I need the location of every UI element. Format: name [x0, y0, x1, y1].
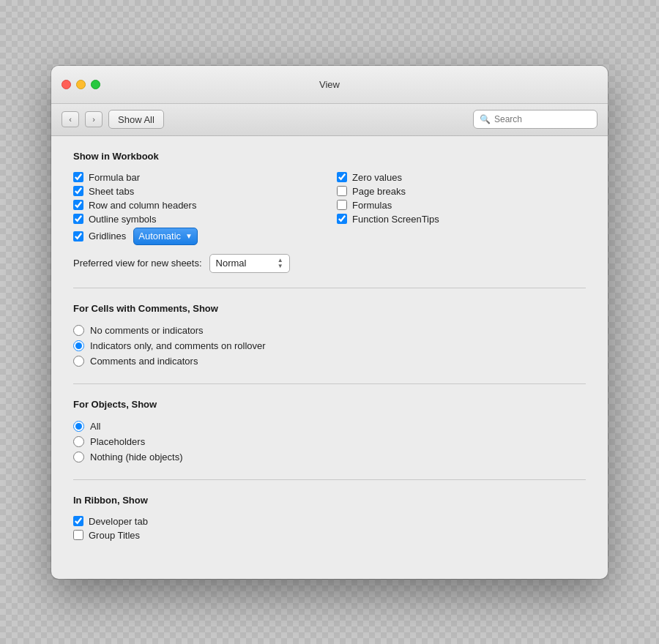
forward-button[interactable]: ›: [85, 111, 103, 127]
function-screentips-item[interactable]: Function ScreenTips: [337, 212, 586, 226]
for-cells-title: For Cells with Comments, Show: [73, 303, 586, 314]
page-breaks-item[interactable]: Page breaks: [337, 184, 586, 198]
back-button[interactable]: ‹: [62, 111, 79, 127]
gridlines-checkbox[interactable]: [73, 231, 83, 242]
developer-tab-item[interactable]: Developer tab: [73, 514, 586, 528]
formulas-item[interactable]: Formulas: [337, 198, 586, 212]
zero-values-label: Zero values: [352, 172, 402, 183]
forward-icon: ›: [92, 115, 95, 124]
show-all-button[interactable]: Show All: [108, 110, 164, 129]
for-objects-title: For Objects, Show: [73, 399, 586, 410]
divider-3: [73, 479, 586, 480]
workbook-options-grid: Formula bar Sheet tabs Row and column he…: [73, 171, 586, 245]
indicators-only-item[interactable]: Indicators only, and comments on rollove…: [73, 338, 586, 353]
nothing-radio[interactable]: [73, 452, 84, 463]
outline-symbols-item[interactable]: Outline symbols: [73, 212, 322, 226]
row-col-headers-label: Row and column headers: [89, 200, 196, 211]
content: Show in Workbook Formula bar Sheet tabs …: [51, 136, 608, 579]
back-icon: ‹: [69, 115, 72, 124]
function-screentips-label: Function ScreenTips: [352, 214, 439, 225]
no-comments-radio[interactable]: [73, 325, 84, 336]
preferences-window: View ‹ › Show All 🔍 Show in Workbook: [51, 66, 608, 579]
page-breaks-checkbox[interactable]: [337, 186, 347, 196]
developer-tab-checkbox[interactable]: [73, 516, 83, 526]
group-titles-checkbox[interactable]: [73, 530, 83, 540]
formula-bar-item[interactable]: Formula bar: [73, 171, 322, 184]
gridlines-dropdown[interactable]: Automatic ▼: [133, 228, 198, 245]
toolbar: ‹ › Show All 🔍: [51, 104, 608, 136]
divider-2: [73, 383, 586, 384]
gridlines-label: Gridlines: [89, 231, 126, 242]
minimize-button[interactable]: [76, 80, 86, 89]
indicators-only-radio[interactable]: [73, 340, 84, 351]
comments-and-indicators-radio[interactable]: [73, 356, 84, 367]
in-ribbon-title: In Ribbon, Show: [73, 495, 586, 506]
stepper-arrows: ▲ ▼: [278, 258, 283, 269]
gridlines-row: Gridlines Automatic ▼: [73, 228, 322, 245]
sheet-tabs-label: Sheet tabs: [89, 186, 134, 197]
placeholders-item[interactable]: Placeholders: [73, 434, 586, 449]
formula-bar-checkbox[interactable]: [73, 172, 83, 182]
placeholders-label: Placeholders: [90, 436, 145, 447]
in-ribbon-section: In Ribbon, Show Developer tab Group Titl…: [73, 495, 586, 542]
workbook-right-col: Zero values Page breaks Formulas Functio…: [337, 171, 586, 245]
maximize-button[interactable]: [91, 80, 100, 89]
zero-values-checkbox[interactable]: [337, 172, 347, 182]
window-title: View: [319, 79, 340, 90]
no-comments-label: No comments or indicators: [90, 325, 204, 336]
workbook-left-col: Formula bar Sheet tabs Row and column he…: [73, 171, 322, 245]
close-button[interactable]: [62, 80, 71, 89]
page-breaks-label: Page breaks: [352, 186, 406, 197]
sheet-tabs-item[interactable]: Sheet tabs: [73, 184, 322, 198]
for-objects-section: For Objects, Show All Placeholders Nothi…: [73, 399, 586, 465]
formula-bar-label: Formula bar: [89, 172, 140, 183]
all-objects-item[interactable]: All: [73, 419, 586, 434]
preferred-view-dropdown[interactable]: Normal ▲ ▼: [209, 254, 290, 273]
search-box[interactable]: 🔍: [473, 110, 597, 129]
group-titles-label: Group Titles: [89, 530, 140, 541]
indicators-only-label: Indicators only, and comments on rollove…: [90, 340, 266, 351]
nothing-item[interactable]: Nothing (hide objects): [73, 449, 586, 465]
for-cells-section: For Cells with Comments, Show No comment…: [73, 303, 586, 369]
formulas-checkbox[interactable]: [337, 200, 347, 210]
comments-and-indicators-label: Comments and indicators: [90, 356, 198, 367]
traffic-lights: [62, 80, 100, 89]
gridlines-dropdown-value: Automatic: [138, 231, 181, 242]
function-screentips-checkbox[interactable]: [337, 214, 347, 224]
all-objects-label: All: [90, 421, 100, 432]
search-input[interactable]: [494, 114, 591, 124]
row-col-headers-item[interactable]: Row and column headers: [73, 198, 322, 212]
preferred-view-value: Normal: [216, 258, 275, 269]
outline-symbols-label: Outline symbols: [89, 214, 156, 225]
placeholders-radio[interactable]: [73, 436, 84, 447]
gridlines-item[interactable]: Gridlines: [73, 229, 126, 243]
divider-1: [73, 288, 586, 288]
formulas-label: Formulas: [352, 200, 392, 211]
stepper-down-icon: ▼: [278, 263, 283, 269]
preferred-view-row: Preferred view for new sheets: Normal ▲ …: [73, 254, 586, 273]
developer-tab-label: Developer tab: [89, 516, 148, 527]
search-icon: 🔍: [480, 114, 491, 124]
dropdown-arrow-icon: ▼: [185, 232, 193, 240]
all-objects-radio[interactable]: [73, 421, 84, 432]
preferred-view-label: Preferred view for new sheets:: [73, 258, 202, 269]
sheet-tabs-checkbox[interactable]: [73, 186, 83, 196]
comments-and-indicators-item[interactable]: Comments and indicators: [73, 353, 586, 369]
outline-symbols-checkbox[interactable]: [73, 214, 83, 224]
zero-values-item[interactable]: Zero values: [337, 171, 586, 184]
nothing-label: Nothing (hide objects): [90, 452, 182, 463]
row-col-headers-checkbox[interactable]: [73, 200, 83, 210]
titlebar: View: [51, 66, 608, 104]
no-comments-item[interactable]: No comments or indicators: [73, 323, 586, 338]
show-in-workbook-section: Show in Workbook Formula bar Sheet tabs …: [73, 151, 586, 273]
group-titles-item[interactable]: Group Titles: [73, 528, 586, 542]
show-in-workbook-title: Show in Workbook: [73, 151, 586, 162]
